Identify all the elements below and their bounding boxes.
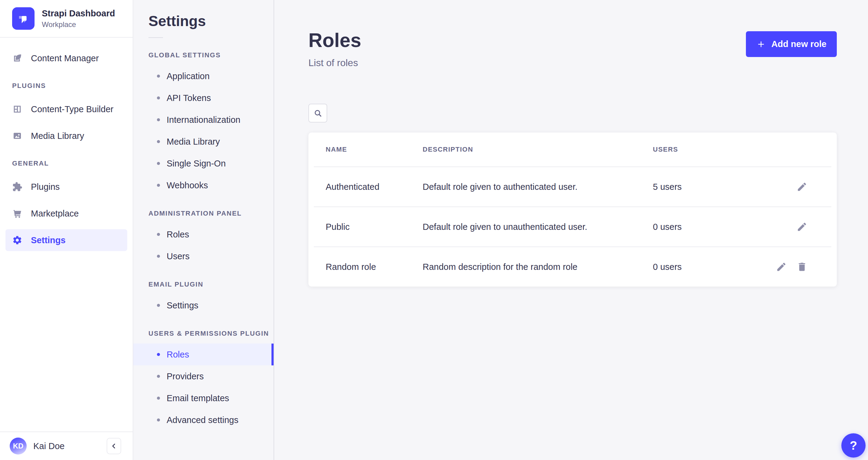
cart-icon: [12, 208, 23, 219]
bullet-icon: [157, 255, 160, 258]
subnav-item-webhooks[interactable]: Webhooks: [133, 174, 274, 196]
bullet-icon: [157, 162, 160, 165]
subnav-section-users-permissions-plugin: USERS & PERMISSIONS PLUGIN Roles Provide…: [133, 329, 274, 431]
workspace-title: Strapi Dashboard: [42, 8, 115, 19]
chevron-left-icon: [110, 442, 118, 450]
search-button[interactable]: [308, 104, 327, 122]
subnav-item-admin-users[interactable]: Users: [133, 245, 274, 267]
bullet-icon: [157, 118, 160, 121]
help-button[interactable]: ?: [841, 433, 866, 458]
role-description: Random description for the random role: [423, 262, 653, 272]
subnav-item-label: Webhooks: [167, 180, 208, 191]
role-name: Authenticated: [326, 182, 423, 192]
subnav-item-label: Roles: [167, 350, 189, 360]
feather-icon: [12, 53, 23, 63]
subnav-item-label: Settings: [167, 300, 198, 311]
subnav-item-up-roles[interactable]: Roles: [133, 344, 274, 365]
sidebar-item-label: Marketplace: [31, 209, 79, 219]
row-actions: [797, 221, 819, 232]
page-header: Roles List of roles Add new role: [308, 30, 837, 68]
bullet-icon: [157, 233, 160, 236]
edit-role-button[interactable]: [797, 181, 807, 192]
subnav-item-admin-roles[interactable]: Roles: [133, 224, 274, 245]
bullet-icon: [157, 397, 160, 400]
bullet-icon: [157, 96, 160, 99]
role-description: Default role given to unauthenticated us…: [423, 222, 653, 232]
subnav-item-email-settings[interactable]: Settings: [133, 294, 274, 316]
add-new-role-button[interactable]: Add new role: [746, 31, 837, 57]
main-sidebar: Strapi Dashboard Workplace Content Manag…: [0, 0, 133, 460]
sidebar-item-label: Settings: [31, 235, 65, 245]
search-icon: [313, 109, 322, 118]
subnav-item-api-tokens[interactable]: API Tokens: [133, 87, 274, 109]
sidebar-item-label: Content-Type Builder: [31, 104, 113, 114]
sidebar-item-media-library[interactable]: Media Library: [5, 125, 127, 147]
edit-role-button[interactable]: [776, 261, 787, 272]
sidebar-item-content-type-builder[interactable]: Content-Type Builder: [5, 98, 127, 120]
table-row-authenticated[interactable]: Authenticated Default role given to auth…: [308, 167, 837, 206]
sidebar-item-plugins[interactable]: Plugins: [5, 176, 127, 198]
subnav-section-label: GLOBAL SETTINGS: [133, 51, 274, 59]
table-row-random-role[interactable]: Random role Random description for the r…: [308, 247, 837, 287]
page-header-text: Roles List of roles: [308, 30, 361, 68]
gear-icon: [12, 235, 23, 245]
subnav-item-label: API Tokens: [167, 93, 211, 103]
subnav-item-internationalization[interactable]: Internationalization: [133, 109, 274, 131]
sidebar-item-content-manager[interactable]: Content Manager: [5, 47, 127, 69]
subnav-item-application[interactable]: Application: [133, 65, 274, 87]
sidebar-item-settings[interactable]: Settings: [5, 229, 127, 251]
roles-page: Roles List of roles Add new role NAME DE…: [274, 0, 868, 460]
role-users-count: 5 users: [653, 182, 797, 192]
puzzle-icon: [12, 182, 23, 192]
row-actions: [797, 181, 819, 192]
subnav-item-email-templates[interactable]: Email templates: [133, 387, 274, 409]
page-subtitle: List of roles: [308, 57, 361, 68]
layout-grid-icon: [12, 104, 23, 114]
pencil-icon: [797, 181, 807, 192]
sidebar-item-label: Plugins: [31, 182, 60, 192]
subnav-item-label: Email templates: [167, 393, 229, 403]
subnav-item-label: Single Sign-On: [167, 159, 226, 169]
role-name: Random role: [326, 262, 423, 272]
bullet-icon: [157, 75, 160, 78]
column-header-description: DESCRIPTION: [423, 146, 653, 153]
role-users-count: 0 users: [653, 222, 797, 232]
delete-role-button[interactable]: [797, 261, 807, 272]
row-actions: [776, 261, 819, 272]
subnav-item-label: Advanced settings: [167, 415, 239, 425]
bullet-icon: [157, 304, 160, 307]
subnav-item-single-sign-on[interactable]: Single Sign-On: [133, 152, 274, 174]
subnav-section-global-settings: GLOBAL SETTINGS Application API Tokens I…: [133, 51, 274, 196]
subnav-item-label: Application: [167, 71, 210, 81]
table-row-public[interactable]: Public Default role given to unauthentic…: [308, 207, 837, 247]
sidebar-nav: Content Manager PLUGINS Content-Type Bui…: [0, 37, 133, 256]
workspace-subtitle: Workplace: [42, 20, 115, 29]
plus-icon: [756, 39, 766, 49]
sidebar-section-general: GENERAL: [5, 160, 127, 167]
add-new-role-label: Add new role: [771, 39, 827, 49]
subnav-item-advanced-settings[interactable]: Advanced settings: [133, 409, 274, 431]
bullet-icon: [157, 419, 160, 422]
collapse-sidebar-button[interactable]: [106, 438, 121, 454]
image-icon: [12, 131, 23, 141]
sidebar-item-label: Content Manager: [31, 53, 99, 63]
subnav-section-email-plugin: EMAIL PLUGIN Settings: [133, 281, 274, 316]
question-mark-icon: ?: [850, 439, 857, 453]
settings-subnav: Settings GLOBAL SETTINGS Application API…: [133, 0, 274, 460]
subnav-section-label: USERS & PERMISSIONS PLUGIN: [133, 329, 274, 338]
edit-role-button[interactable]: [797, 221, 807, 232]
strapi-logo-icon: [12, 7, 35, 30]
avatar[interactable]: KD: [10, 437, 27, 455]
subnav-item-label: Internationalization: [167, 115, 240, 125]
bullet-icon: [157, 184, 160, 187]
subnav-item-label: Media Library: [167, 137, 220, 147]
roles-table: NAME DESCRIPTION USERS Authenticated Def…: [308, 133, 837, 287]
subnav-item-label: Roles: [167, 230, 189, 239]
subnav-item-providers[interactable]: Providers: [133, 365, 274, 387]
subnav-item-media-library[interactable]: Media Library: [133, 131, 274, 152]
pencil-icon: [797, 221, 807, 232]
role-description: Default role given to authenticated user…: [423, 182, 653, 192]
sidebar-item-marketplace[interactable]: Marketplace: [5, 203, 127, 224]
user-name: Kai Doe: [33, 441, 65, 451]
workspace-brand[interactable]: Strapi Dashboard Workplace: [0, 0, 133, 37]
